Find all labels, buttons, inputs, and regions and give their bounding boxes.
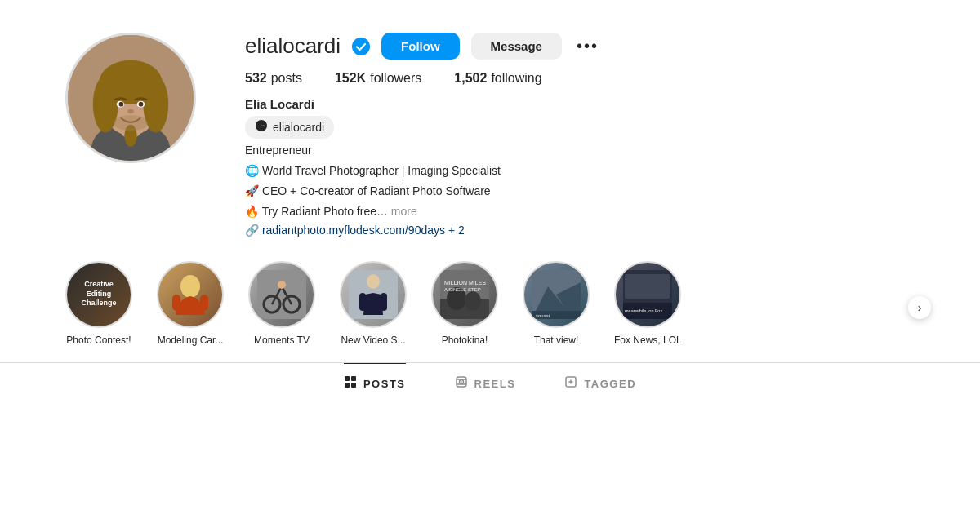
highlight-circle-4: [340, 261, 407, 328]
reels-icon: [455, 375, 468, 392]
message-button[interactable]: Message: [471, 33, 562, 60]
highlight-fox-news[interactable]: meanwhile, on Fox... Fox News, LOL: [614, 261, 682, 346]
svg-point-15: [180, 275, 200, 298]
highlight-label-2: Modeling Car...: [158, 335, 224, 346]
following-count: 1,502: [454, 71, 487, 86]
tab-reels[interactable]: REELS: [455, 363, 516, 403]
highlight-text-1: CreativeEditingChallenge: [81, 280, 116, 308]
stats-row: 532 posts 152K followers 1,502 following: [245, 71, 915, 86]
following-stat[interactable]: 1,502 following: [454, 71, 541, 86]
svg-point-14: [352, 38, 370, 55]
threads-icon: [255, 119, 268, 135]
svg-rect-24: [359, 293, 366, 311]
tab-reels-label: REELS: [474, 378, 516, 390]
svg-point-21: [278, 281, 286, 289]
tab-posts[interactable]: POSTS: [344, 363, 406, 403]
bio-section: Elia Locardi elialocardi Entrepreneur 🌐 …: [245, 97, 915, 237]
bio-link[interactable]: 🔗 radiantphoto.myflodesk.com/90days + 2: [245, 224, 915, 237]
bio-more[interactable]: more: [391, 205, 417, 218]
svg-point-13: [114, 115, 148, 131]
posts-count: 532: [245, 71, 267, 86]
avatar-container: [65, 33, 196, 163]
followers-stat[interactable]: 152K followers: [335, 71, 421, 86]
threads-handle: elialocardi: [273, 121, 324, 134]
svg-point-11: [139, 102, 144, 107]
highlight-photokina[interactable]: MILLION MILES A SINGLE STEP Photokina!: [431, 261, 498, 346]
posts-label: posts: [271, 71, 302, 86]
bio-line1: 🌐 World Travel Photographer | Imaging Sp…: [245, 162, 915, 179]
svg-point-29: [465, 291, 481, 311]
followers-label: followers: [370, 71, 421, 86]
avatar: [65, 33, 196, 163]
svg-point-10: [119, 102, 124, 107]
tabs-section: POSTS REELS TAGGED: [0, 363, 980, 403]
highlights-section: CreativeEditingChallenge Photo Contest! …: [0, 253, 980, 362]
svg-rect-39: [625, 274, 670, 299]
svg-text:MILLION MILES: MILLION MILES: [444, 280, 486, 286]
svg-rect-40: [345, 376, 350, 381]
highlight-moments-tv[interactable]: Moments TV: [248, 261, 315, 346]
highlight-label-6: That view!: [534, 335, 579, 346]
occupation: Entrepreneur: [245, 142, 915, 159]
bio-line3: 🔥 Try Radiant Photo free… more: [245, 203, 915, 220]
highlight-new-video[interactable]: New Video S...: [340, 261, 407, 346]
svg-rect-43: [351, 383, 356, 388]
followers-count: 152K: [335, 71, 366, 86]
highlight-modeling-car[interactable]: Modeling Car...: [157, 261, 224, 346]
profile-header-row: elialocardi Follow Message •••: [245, 33, 915, 60]
page-container: elialocardi Follow Message ••• 532 posts: [0, 0, 980, 514]
highlight-label-3: Moments TV: [254, 335, 310, 346]
more-button[interactable]: •••: [573, 37, 602, 55]
highlight-label-5: Photokina!: [442, 335, 488, 346]
tab-posts-label: POSTS: [363, 378, 406, 390]
highlight-circle-7: meanwhile, on Fox...: [614, 261, 681, 328]
svg-rect-18: [257, 270, 306, 319]
follow-button[interactable]: Follow: [381, 33, 460, 60]
svg-rect-42: [345, 383, 350, 388]
username: elialocardi: [245, 33, 341, 59]
highlight-circle-3: [248, 261, 315, 328]
svg-text:meanwhile, on Fox...: meanwhile, on Fox...: [625, 308, 666, 313]
svg-point-12: [127, 109, 134, 113]
following-label: following: [491, 71, 541, 86]
highlight-label-4: New Video S...: [341, 335, 405, 346]
posts-stat[interactable]: 532 posts: [245, 71, 302, 86]
svg-rect-16: [172, 295, 180, 311]
full-name: Elia Locardi: [245, 97, 915, 111]
profile-section: elialocardi Follow Message ••• 532 posts: [0, 0, 980, 253]
highlight-circle-2: [157, 261, 224, 328]
highlight-circle-5: MILLION MILES A SINGLE STEP: [431, 261, 498, 328]
svg-text:soussi: soussi: [536, 313, 550, 318]
highlight-photo-contest[interactable]: CreativeEditingChallenge Photo Contest!: [65, 261, 132, 346]
bio-line2: 🚀 CEO + Co-creator of Radiant Photo Soft…: [245, 183, 915, 200]
highlight-label-7: Fox News, LOL: [614, 335, 682, 346]
profile-info: elialocardi Follow Message ••• 532 posts: [245, 33, 915, 237]
grid-icon: [344, 375, 357, 392]
svg-point-23: [367, 274, 380, 289]
verified-icon: [352, 38, 370, 55]
threads-badge[interactable]: elialocardi: [245, 116, 334, 139]
svg-text:A SINGLE STEP: A SINGLE STEP: [444, 287, 481, 292]
svg-rect-25: [381, 293, 387, 311]
highlight-that-view[interactable]: soussi That view!: [523, 261, 590, 346]
highlight-circle-1: CreativeEditingChallenge: [65, 261, 132, 328]
highlight-circle-6: soussi: [523, 261, 590, 328]
tagged-icon: [564, 375, 577, 392]
tab-tagged[interactable]: TAGGED: [564, 363, 636, 403]
svg-rect-17: [200, 295, 208, 311]
svg-point-46: [461, 381, 462, 383]
tab-tagged-label: TAGGED: [584, 378, 636, 390]
svg-rect-41: [351, 376, 356, 381]
highlights-next-button[interactable]: ›: [908, 296, 931, 319]
highlight-label-1: Photo Contest!: [66, 335, 131, 346]
